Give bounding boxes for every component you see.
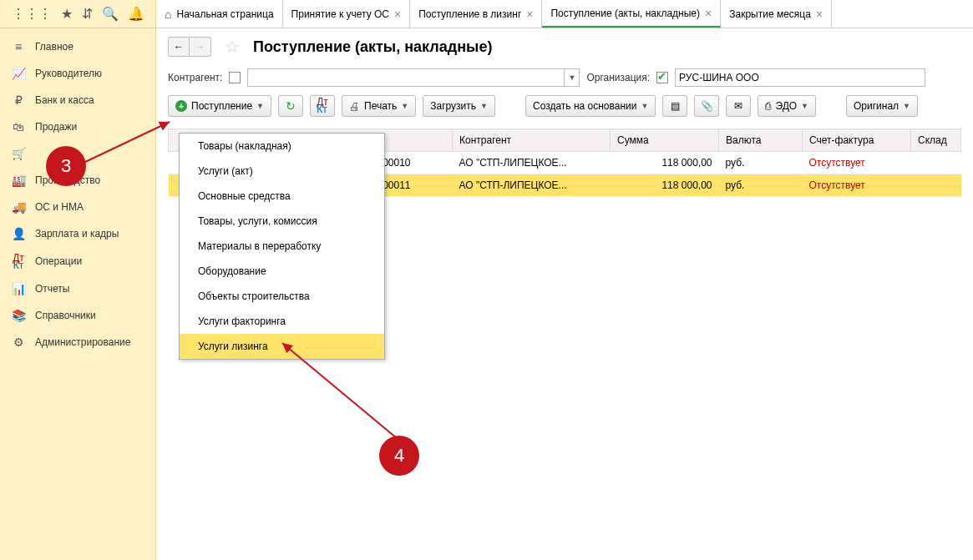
apps-icon[interactable]: ⋮⋮⋮ [12, 6, 52, 22]
back-button[interactable]: ← [168, 37, 190, 57]
sidebar-item-main[interactable]: ≡Главное [0, 33, 155, 60]
close-icon[interactable]: × [394, 8, 401, 21]
gear-icon: ⚙ [12, 335, 25, 349]
menu-item[interactable]: Материалы в переработку [180, 234, 384, 259]
menu-item[interactable]: Основные средства [180, 184, 384, 209]
sidebar-item-manager[interactable]: 📈Руководителю [0, 60, 155, 87]
tab-label: Начальная страница [176, 8, 273, 20]
chevron-down-icon: ▼ [256, 102, 264, 110]
swap-icon[interactable]: ⇵ [82, 6, 93, 22]
tab-home[interactable]: ⌂ Начальная страница [156, 0, 283, 28]
sidebar-item-os[interactable]: 🚚ОС и НМА [0, 194, 155, 220]
chevron-down-icon[interactable]: ▼ [565, 68, 580, 87]
sidebar: ≡Главное 📈Руководителю ₽Банк и касса 🛍Пр… [0, 28, 156, 560]
star-icon[interactable]: ★ [61, 6, 73, 22]
top-icon-bar: ⋮⋮⋮ ★ ⇵ 🔍 🔔 [0, 0, 156, 28]
close-icon[interactable]: × [705, 7, 712, 20]
clip-icon: 📎 [701, 100, 713, 112]
cart-icon: 🛒 [12, 147, 25, 160]
bag-icon: 🛍 [12, 120, 25, 134]
tab-label: Закрытие месяца [729, 8, 811, 20]
sidebar-item-admin[interactable]: ⚙Администрирование [0, 329, 155, 356]
books-icon: 📚 [12, 309, 25, 322]
col-header-currency[interactable]: Валюта [719, 129, 803, 152]
dtkt-icon: ДтКт [12, 254, 25, 269]
tab-label: Принятие к учету ОС [291, 8, 389, 20]
edo-icon: ⎙ [765, 100, 771, 112]
tab-label: Поступление в лизинг [418, 8, 521, 20]
factory-icon: 🏭 [12, 174, 25, 187]
sidebar-item-bank[interactable]: ₽Банк и касса [0, 87, 155, 114]
truck-icon: 🚚 [12, 200, 25, 214]
refresh-button[interactable]: ↻ [278, 95, 303, 117]
print-button[interactable]: 🖨Печать▼ [342, 95, 416, 117]
list-button[interactable]: ▤ [662, 95, 687, 117]
menu-item[interactable]: Объекты строительства [180, 284, 384, 309]
col-header-counterparty[interactable]: Контрагент [453, 129, 611, 152]
load-button[interactable]: Загрузить▼ [423, 95, 495, 117]
list-icon: ▤ [671, 100, 680, 112]
home-icon: ⌂ [165, 8, 171, 21]
bars-icon: 📊 [12, 282, 25, 295]
person-icon: 👤 [12, 227, 25, 240]
based-on-button[interactable]: Создать на основании▼ [525, 95, 656, 117]
close-icon[interactable]: × [816, 8, 823, 21]
forward-button[interactable]: → [190, 37, 211, 57]
sidebar-item-reports[interactable]: 📊Отчеты [0, 275, 155, 302]
ruble-icon: ₽ [12, 93, 25, 107]
favorite-icon[interactable]: ☆ [225, 37, 240, 57]
counterparty-input[interactable] [247, 68, 565, 87]
tab-item[interactable]: Закрытие месяца × [721, 0, 832, 28]
menu-item-highlighted[interactable]: Услуги лизинга [180, 334, 384, 359]
refresh-icon: ↻ [286, 99, 296, 113]
edo-button[interactable]: ⎙ЭДО▼ [758, 95, 816, 117]
page-title: Поступление (акты, накладные) [253, 38, 492, 56]
menu-item[interactable]: Оборудование [180, 259, 384, 284]
mail-icon: ✉ [734, 100, 742, 112]
tab-item[interactable]: Принятие к учету ОС × [283, 0, 411, 28]
menu-item[interactable]: Услуги (акт) [180, 159, 384, 184]
col-header-warehouse[interactable]: Склад [911, 129, 961, 152]
menu-item[interactable]: Услуги факторинга [180, 309, 384, 334]
printer-icon: 🖨 [349, 100, 360, 113]
org-input[interactable] [675, 68, 925, 87]
create-button[interactable]: + Поступление ▼ [168, 95, 271, 117]
search-icon[interactable]: 🔍 [102, 6, 119, 22]
bell-icon[interactable]: 🔔 [128, 6, 144, 22]
create-dropdown-menu: Товары (накладная) Услуги (акт) Основные… [179, 133, 385, 360]
close-icon[interactable]: × [526, 8, 533, 21]
dtkt-button[interactable]: ДтКт [310, 95, 335, 117]
counterparty-label: Контрагент: [168, 72, 222, 83]
sidebar-item-operations[interactable]: ДтКтОперации [0, 247, 155, 275]
col-header-invoice[interactable]: Счет-фактура [803, 129, 911, 152]
annotation-badge-4: 4 [379, 436, 419, 476]
sidebar-item-salary[interactable]: 👤Зарплата и кадры [0, 220, 155, 247]
attach-button[interactable]: 📎 [694, 95, 719, 117]
tab-item-active[interactable]: Поступление (акты, накладные) × [542, 0, 721, 28]
menu-item[interactable]: Товары, услуги, комиссия [180, 209, 384, 234]
sidebar-item-sales[interactable]: 🛍Продажи [0, 114, 155, 140]
menu-icon: ≡ [12, 40, 25, 53]
annotation-badge-3: 3 [46, 146, 86, 186]
col-header-sum[interactable]: Сумма [611, 129, 719, 152]
original-button[interactable]: Оригинал▼ [846, 95, 918, 117]
menu-item[interactable]: Товары (накладная) [180, 134, 384, 159]
chart-icon: 📈 [12, 67, 25, 80]
mail-button[interactable]: ✉ [726, 95, 751, 117]
dtkt-icon: ДтКт [317, 98, 328, 114]
tab-bar: ⌂ Начальная страница Принятие к учету ОС… [156, 0, 973, 28]
org-label: Организация: [586, 72, 650, 83]
org-checkbox[interactable] [656, 72, 668, 83]
sidebar-item-refs[interactable]: 📚Справочники [0, 302, 155, 329]
plus-icon: + [175, 100, 187, 112]
tab-label: Поступление (акты, накладные) [550, 8, 700, 19]
counterparty-checkbox[interactable] [229, 72, 241, 83]
tab-item[interactable]: Поступление в лизинг × [410, 0, 542, 28]
